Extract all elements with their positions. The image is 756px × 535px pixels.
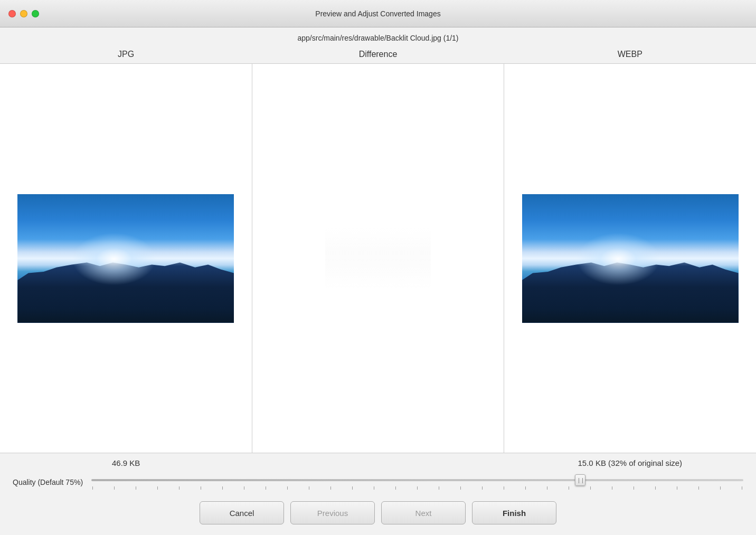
tick-22 xyxy=(569,486,569,490)
tick-16 xyxy=(439,486,439,490)
tick-14 xyxy=(395,486,396,490)
slider-thumb[interactable] xyxy=(575,474,585,486)
file-path: app/src/main/res/drawable/Backlit Cloud.… xyxy=(0,27,756,46)
tick-6 xyxy=(222,486,223,490)
finish-button[interactable]: Finish xyxy=(472,501,556,524)
slider-track-area[interactable] xyxy=(91,475,743,485)
slider-ticks xyxy=(91,486,743,490)
jpg-file-size: 46.9 KB xyxy=(0,458,252,467)
bottom-bar: Cancel Previous Next Finish xyxy=(0,494,756,535)
jpg-column-header: JPG xyxy=(0,46,252,63)
tick-13 xyxy=(374,486,374,490)
jpg-image xyxy=(17,194,234,323)
difference-column-header: Difference xyxy=(252,46,504,63)
tick-28 xyxy=(698,486,699,490)
webp-file-size: 15.0 KB (32% of original size) xyxy=(504,458,756,467)
difference-size-placeholder xyxy=(252,458,504,467)
tick-29 xyxy=(720,486,721,490)
tick-30 xyxy=(742,486,742,490)
column-headers: JPG Difference WEBP xyxy=(0,46,756,63)
next-button[interactable]: Next xyxy=(381,501,466,524)
diff-visualization xyxy=(325,227,431,290)
tick-12 xyxy=(352,486,353,490)
window-title: Preview and Adjust Converted Images xyxy=(315,9,440,18)
difference-image xyxy=(325,219,431,298)
slider-track xyxy=(91,479,743,481)
quality-row: Quality (Default 75%) xyxy=(0,472,756,494)
tick-20 xyxy=(525,486,526,490)
tick-3 xyxy=(157,486,158,490)
tick-0 xyxy=(92,486,93,490)
tick-24 xyxy=(612,486,612,490)
file-sizes-row: 46.9 KB 15.0 KB (32% of original size) xyxy=(0,453,756,472)
quality-label: Quality (Default 75%) xyxy=(13,478,83,486)
quality-slider-container[interactable] xyxy=(91,475,743,490)
tick-7 xyxy=(244,486,244,490)
tick-18 xyxy=(482,486,483,490)
tick-17 xyxy=(460,486,461,490)
tick-19 xyxy=(504,486,504,490)
close-button[interactable] xyxy=(8,10,16,17)
webp-column-header: WEBP xyxy=(504,46,756,63)
tick-26 xyxy=(655,486,656,490)
jpg-panel xyxy=(0,64,252,453)
tick-10 xyxy=(309,486,309,490)
minimize-button[interactable] xyxy=(20,10,27,17)
webp-panel xyxy=(504,64,756,453)
window-controls xyxy=(8,10,39,17)
tick-5 xyxy=(201,486,201,490)
content-area: app/src/main/res/drawable/Backlit Cloud.… xyxy=(0,27,756,535)
tick-15 xyxy=(417,486,418,490)
difference-panel xyxy=(252,64,504,453)
tick-27 xyxy=(677,486,677,490)
previous-button[interactable]: Previous xyxy=(290,501,375,524)
cancel-button[interactable]: Cancel xyxy=(200,501,284,524)
title-bar: Preview and Adjust Converted Images xyxy=(0,0,756,27)
tick-9 xyxy=(287,486,288,490)
tick-25 xyxy=(634,486,634,490)
tick-11 xyxy=(330,486,331,490)
image-comparison-area xyxy=(0,63,756,453)
tick-1 xyxy=(114,486,115,490)
tick-2 xyxy=(136,486,136,490)
webp-image xyxy=(522,194,739,323)
tick-4 xyxy=(179,486,179,490)
tick-23 xyxy=(590,486,591,490)
tick-21 xyxy=(547,486,547,490)
tick-8 xyxy=(266,486,266,490)
maximize-button[interactable] xyxy=(32,10,39,17)
